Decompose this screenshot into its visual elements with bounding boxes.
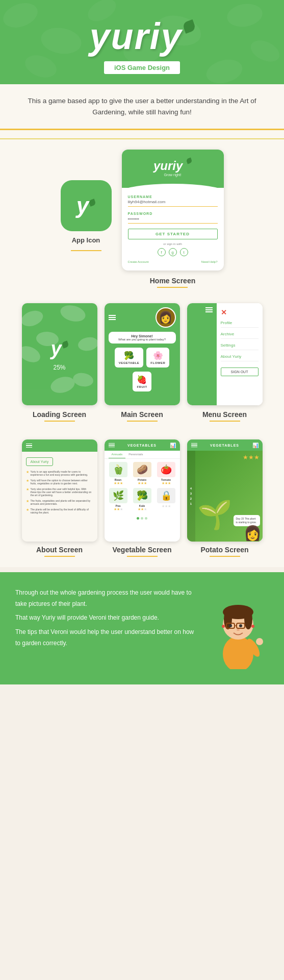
create-account-link[interactable]: Create Account — [128, 260, 149, 263]
vegetable-option[interactable]: 🥦 VEGETABLE — [115, 348, 144, 368]
menu-panel: ✕ Profile Archive Settings About Yuriy S… — [217, 303, 263, 405]
svg-point-30 — [256, 638, 263, 645]
footer-line-3: The tips that Veroni would help the user… — [15, 627, 197, 649]
flower-option[interactable]: 🌸 FLOWER — [146, 348, 169, 368]
get-started-button[interactable]: GET STARTED — [128, 229, 218, 239]
svg-point-8 — [204, 56, 245, 84]
facebook-icon[interactable]: f — [158, 248, 166, 256]
about-button[interactable]: About Yuriy — [26, 457, 54, 466]
about-top-bar — [22, 439, 97, 452]
ios-label: iOS Game Design — [104, 61, 180, 74]
veg-item-kale[interactable]: 🥦 Kale ★★★ — [132, 488, 153, 511]
potato-chart-icon[interactable]: 📊 — [252, 443, 259, 448]
footer-character — [208, 587, 269, 669]
labels-row-2: About Screen Vegetable Screen Potato Scr… — [0, 542, 284, 567]
app-icon: y — [61, 180, 112, 231]
tomato-img: 🍅 — [157, 462, 175, 477]
potato-screen: VEGETABLES 📊 4 3 2 1 🌱 — [187, 439, 263, 542]
plant-image: 🌱 — [197, 498, 233, 531]
menu-close-icon[interactable]: ✕ — [221, 308, 259, 316]
veg-item-tomato[interactable]: 🍅 Tomato ★★★ — [156, 462, 177, 485]
veg-dot-3[interactable] — [145, 517, 147, 520]
menu-signout-button[interactable]: SIGN OUT — [221, 368, 259, 376]
main-underline — [127, 421, 158, 422]
potato-hamburger-icon[interactable] — [191, 443, 197, 448]
vegetable-label: VEGETABLE — [119, 361, 140, 364]
need-help-link[interactable]: Need Help? — [201, 260, 218, 263]
menu-item-archive[interactable]: Archive — [221, 332, 259, 339]
veg-dot-1[interactable] — [137, 517, 139, 520]
divider — [0, 130, 284, 139]
about-screen: About Yuriy ★ Yuriy is an app specifical… — [22, 439, 97, 542]
sidebar-num-2: 2 — [190, 497, 192, 500]
loading-percent: 25% — [53, 364, 65, 371]
pea-stars: ★★★ — [114, 507, 123, 511]
svg-point-13 — [48, 374, 76, 395]
greeting-bubble: Hey Simone! What are you going to plant … — [109, 332, 176, 344]
app-icon-letter: y — [76, 194, 89, 217]
veg-tabs: Annuals Perennials — [105, 451, 180, 459]
veg-item-potato[interactable]: 🥔 Potato ★★★ — [132, 462, 153, 485]
menu-label-item: Menu Screen — [187, 410, 263, 422]
menu-item-profile[interactable]: Profile — [221, 321, 259, 328]
menu-item-settings[interactable]: Settings — [221, 343, 259, 350]
tab-perennials[interactable]: Perennials — [125, 451, 146, 458]
footer-text: Through out the whole gardening process … — [15, 587, 197, 649]
main-screen-container: 👩 Hey Simone! What are you going to plan… — [105, 303, 180, 405]
tab-annuals[interactable]: Annuals — [109, 451, 126, 458]
or-sign-in-text: or sign in with — [128, 242, 218, 246]
potato-screen-label: Potato Screen — [187, 546, 263, 554]
veg-chart-icon[interactable]: 📊 — [170, 443, 176, 448]
home-screen-underline — [157, 287, 188, 288]
labels-row-1: Loading Screen Main Screen Menu Screen — [0, 405, 284, 434]
svg-point-20 — [244, 609, 252, 629]
potato-character: 👩 — [244, 525, 262, 542]
main-top-bar: 👩 — [109, 307, 176, 328]
svg-point-11 — [77, 336, 97, 353]
about-hamburger-icon[interactable] — [26, 444, 32, 448]
about-bullet-3: ★ Yuriy also provides the user with help… — [26, 487, 93, 497]
potato-title: VEGETABLES — [210, 444, 239, 447]
phone-home-header: yuriy Grow right! — [122, 150, 224, 188]
svg-point-24 — [229, 624, 232, 627]
about-screen-label: About Screen — [22, 546, 97, 554]
header-logo: yuriy — [10, 15, 274, 57]
veg-item-pea[interactable]: 🌿 Pea ★★★ — [108, 488, 129, 511]
menu-hamburger-icon[interactable] — [205, 307, 213, 312]
menu-background — [187, 303, 217, 405]
about-bullet-1: ★ Yuriy is an app specifically made for … — [26, 470, 93, 476]
loading-screen-container: y 25% — [22, 303, 97, 405]
twitter-icon[interactable]: t — [180, 248, 188, 256]
main-label-item: Main Screen — [105, 410, 180, 422]
fruit-label: FRUIT — [137, 385, 147, 388]
vegetable-label-item: Vegetable Screen — [105, 546, 180, 557]
username-label: USERNAME — [128, 195, 218, 199]
veg-dot-2[interactable] — [141, 517, 143, 520]
loading-logo: y — [50, 338, 68, 360]
app-icon-underline — [71, 250, 101, 251]
potato-image-area: 4 3 2 1 🌱 ★★★ Day 15 This plant is start… — [187, 451, 263, 542]
flower-icon: 🌸 — [153, 351, 164, 360]
about-bullet-5: ★ The plants will be ordered by the leve… — [26, 508, 93, 514]
main-screen: 👩 Hey Simone! What are you going to plan… — [105, 303, 180, 405]
sidebar-num-3: 3 — [190, 492, 192, 495]
bean-stars: ★★★ — [114, 481, 123, 485]
app-icon-label: App Icon — [72, 236, 100, 244]
veg-hamburger-icon[interactable] — [109, 443, 115, 448]
menu-screen-container: ✕ Profile Archive Settings About Yuriy S… — [187, 303, 263, 405]
google-icon[interactable]: g — [169, 248, 177, 256]
tomato-stars: ★★★ — [162, 481, 171, 485]
veg-item-bean[interactable]: 🫑 Bean ★★★ — [108, 462, 129, 485]
locked-stars: ★★★ — [162, 504, 171, 508]
svg-point-9 — [22, 308, 45, 329]
potato-info-text: Day 15 This plant is starting to grow. — [236, 517, 257, 524]
vegetable-underline — [127, 556, 158, 557]
potato-stars: ★★★ — [243, 454, 260, 461]
fruit-option[interactable]: 🍓 FRUIT — [133, 372, 151, 391]
main-screen-label: Main Screen — [105, 410, 180, 419]
kale-img: 🥦 — [133, 488, 151, 503]
menu-item-about[interactable]: About Yuriy — [221, 354, 259, 361]
hamburger-icon[interactable] — [109, 315, 116, 320]
menu-screen-label: Menu Screen — [187, 410, 263, 419]
veg-grid: 🫑 Bean ★★★ 🥔 Potato ★★★ 🍅 Tomato — [105, 459, 180, 514]
